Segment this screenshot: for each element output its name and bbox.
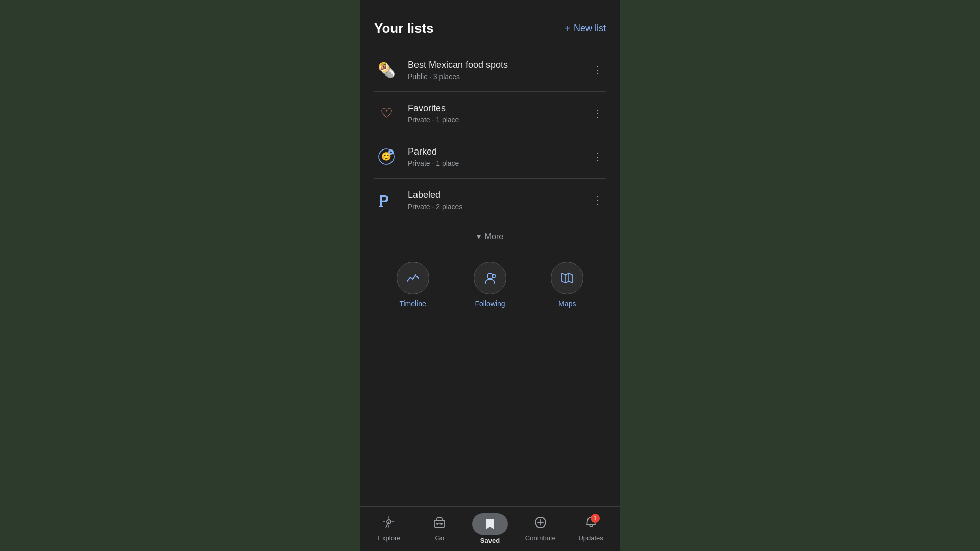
- nav-item-explore[interactable]: Explore: [364, 512, 414, 546]
- updates-label: Updates: [578, 534, 603, 542]
- saved-label: Saved: [480, 537, 500, 544]
- list-name-favorites: Favorites: [408, 103, 590, 114]
- plus-icon: +: [565, 22, 571, 34]
- parked-emoji-icon: 😊 +: [378, 148, 395, 165]
- more-options-favorites[interactable]: ⋮: [590, 105, 606, 121]
- following-label: Following: [475, 299, 505, 308]
- go-icon: [433, 516, 446, 532]
- list-info-favorites: Favorites Private · 1 place: [408, 103, 590, 124]
- go-label: Go: [435, 534, 444, 542]
- more-section[interactable]: ▾ More: [360, 221, 620, 252]
- following-circle: [474, 262, 506, 294]
- new-list-button[interactable]: + New list: [565, 22, 606, 34]
- contribute-icon: [534, 516, 547, 532]
- more-options-best-mexican[interactable]: ⋮: [590, 62, 606, 78]
- list-icon-parked: 😊 +: [374, 144, 399, 169]
- list-icon-favorites: ♡: [374, 101, 399, 126]
- maps-circle: [551, 262, 583, 294]
- explore-label: Explore: [378, 534, 400, 542]
- page-title: Your lists: [374, 20, 434, 36]
- nav-item-contribute[interactable]: Contribute: [515, 512, 566, 546]
- svg-text:+: +: [390, 150, 393, 155]
- list-item-parked[interactable]: 😊 + Parked Private · 1 place ⋮: [360, 135, 620, 178]
- more-options-parked[interactable]: ⋮: [590, 148, 606, 165]
- updates-notification-wrapper: 1: [584, 516, 598, 532]
- explore-icon: [382, 516, 396, 532]
- list-name-parked: Parked: [408, 146, 590, 157]
- saved-icon: [483, 517, 497, 531]
- svg-marker-7: [562, 273, 572, 283]
- updates-badge: 1: [591, 514, 600, 523]
- nav-item-updates[interactable]: 1 Updates: [566, 512, 616, 546]
- maps-icon: [560, 271, 574, 285]
- list-name-best-mexican: Best Mexican food spots: [408, 60, 590, 70]
- list-icon-best-mexican: 🌯: [374, 58, 399, 82]
- contribute-label: Contribute: [525, 534, 556, 542]
- phone-container: Your lists + New list 🌯 Best Mexican foo…: [360, 0, 620, 551]
- maps-label: Maps: [558, 299, 576, 308]
- quick-item-timeline[interactable]: Timeline: [397, 262, 429, 308]
- following-icon: [483, 271, 497, 285]
- list-meta-best-mexican: Public · 3 places: [408, 72, 590, 81]
- more-options-labeled[interactable]: ⋮: [590, 192, 606, 208]
- timeline-icon: [406, 271, 420, 285]
- heart-icon: ♡: [380, 105, 393, 122]
- list-item-best-mexican[interactable]: 🌯 Best Mexican food spots Public · 3 pla…: [360, 48, 620, 91]
- timeline-label: Timeline: [399, 299, 426, 308]
- list-meta-labeled: Private · 2 places: [408, 203, 590, 211]
- svg-point-6: [487, 273, 493, 279]
- labeled-p-icon: P: [378, 192, 395, 208]
- list-info-labeled: Labeled Private · 2 places: [408, 190, 590, 211]
- header: Your lists + New list: [360, 0, 620, 48]
- quick-item-maps[interactable]: Maps: [551, 262, 583, 308]
- chevron-down-icon: ▾: [477, 232, 481, 241]
- content-area: Your lists + New list 🌯 Best Mexican foo…: [360, 0, 620, 506]
- list-name-labeled: Labeled: [408, 190, 590, 201]
- list-item-labeled[interactable]: P Labeled Private · 2 places ⋮: [360, 179, 620, 221]
- bottom-nav: Explore Go Saved: [360, 506, 620, 551]
- new-list-label: New list: [574, 23, 606, 34]
- quick-item-following[interactable]: Following: [474, 262, 506, 308]
- list-icon-labeled: P: [374, 188, 399, 212]
- nav-item-saved[interactable]: Saved: [465, 509, 516, 548]
- nav-item-go[interactable]: Go: [414, 512, 465, 546]
- quick-access-section: Timeline Following: [360, 252, 620, 323]
- list-item-favorites[interactable]: ♡ Favorites Private · 1 place ⋮: [360, 92, 620, 135]
- svg-text:P: P: [379, 192, 389, 208]
- saved-active-pill: [472, 513, 508, 535]
- list-meta-favorites: Private · 1 place: [408, 116, 590, 124]
- timeline-circle: [397, 262, 429, 294]
- more-label: More: [485, 232, 503, 241]
- list-info-parked: Parked Private · 1 place: [408, 146, 590, 167]
- list-info-best-mexican: Best Mexican food spots Public · 3 place…: [408, 60, 590, 81]
- list-meta-parked: Private · 1 place: [408, 159, 590, 167]
